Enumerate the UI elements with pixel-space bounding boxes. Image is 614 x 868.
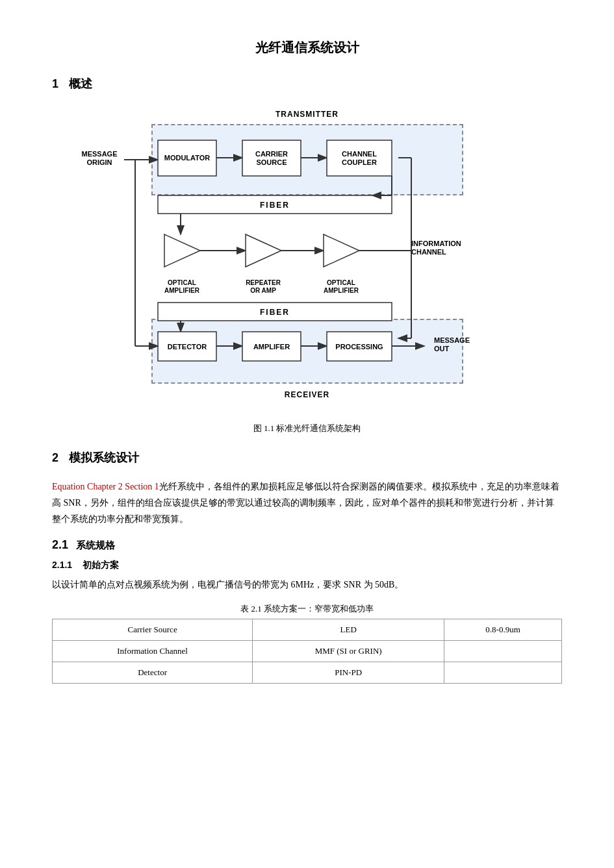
section1-number: 1 [52, 77, 58, 91]
svg-text:AMPLIFIER: AMPLIFIER [164, 287, 200, 294]
fig-caption: 图 1.1 标准光纤通信系统架构 [52, 423, 562, 434]
page-title: 光纤通信系统设计 [52, 39, 562, 56]
section2-number: 2 [52, 451, 58, 465]
table-cell: 0.8-0.9um [444, 619, 562, 640]
svg-text:MESSAGE: MESSAGE [81, 150, 117, 158]
svg-text:AMPLIFIER: AMPLIFIER [324, 287, 359, 294]
table-row: Detector PIN-PD [53, 662, 562, 683]
svg-marker-22 [246, 234, 281, 267]
table-cell [444, 640, 562, 662]
section2-1-1-number: 2.1.1 [52, 560, 72, 570]
svg-marker-26 [324, 234, 359, 267]
svg-text:OUT: OUT [434, 345, 450, 353]
svg-text:FIBER: FIBER [260, 308, 290, 317]
section2-1-1-label: 初始方案 [83, 560, 119, 570]
system-specs-table: Carrier Source LED 0.8-0.9um Information… [52, 619, 562, 684]
svg-text:DETECTOR: DETECTOR [167, 343, 206, 351]
svg-text:INFORMATION: INFORMATION [411, 240, 461, 247]
svg-text:ORIGIN: ORIGIN [86, 158, 112, 166]
svg-text:PROCESSING: PROCESSING [335, 343, 383, 351]
table-row: Carrier Source LED 0.8-0.9um [53, 619, 562, 640]
subsection-intro-text: 以设计简单的点对点视频系统为例，电视广播信号的带宽为 6MHz，要求 SNR 为… [52, 577, 562, 593]
table-caption: 表 2.1 系统方案一：窄带宽和低功率 [52, 603, 562, 615]
table-cell: PIN-PD [253, 662, 444, 683]
section2-1-label: 系统规格 [76, 539, 115, 552]
svg-text:SOURCE: SOURCE [256, 158, 287, 166]
section2-1-number: 2.1 [52, 538, 68, 552]
svg-text:CARRIER: CARRIER [255, 150, 287, 158]
section2-1-1-heading: 2.1.1 初始方案 [52, 560, 562, 571]
svg-text:MODULATOR: MODULATOR [164, 154, 210, 162]
table-cell: Carrier Source [53, 619, 253, 640]
section1-label: 概述 [69, 76, 92, 92]
svg-text:FIBER: FIBER [260, 201, 290, 210]
diagram-svg: MESSAGE ORIGIN MODULATOR CARRIER SOURCE … [80, 105, 535, 410]
table-row: Information Channel MMF (SI or GRIN) [53, 640, 562, 662]
section2-1-heading: 2.1 系统规格 [52, 538, 562, 552]
table-cell: MMF (SI or GRIN) [253, 640, 444, 662]
table-cell: Detector [53, 662, 253, 683]
svg-text:CHANNEL: CHANNEL [411, 248, 446, 256]
section2-heading: 2 模拟系统设计 [52, 450, 562, 465]
table-cell: Information Channel [53, 640, 253, 662]
svg-text:OR  AMP: OR AMP [250, 287, 276, 294]
svg-text:CHANNEL: CHANNEL [342, 150, 377, 158]
body-paragraph1: Equation Chapter 2 Section 1光纤系统中，各组件的累加… [52, 478, 562, 528]
table-cell: LED [253, 619, 444, 640]
svg-text:OPTICAL: OPTICAL [327, 279, 355, 286]
equation-marker: Equation Chapter 2 Section 1 [52, 482, 159, 491]
svg-text:COUPLER: COUPLER [342, 158, 377, 166]
table-cell [444, 662, 562, 683]
svg-text:AMPLIFER: AMPLIFER [253, 343, 289, 351]
svg-text:OPTICAL: OPTICAL [168, 279, 196, 286]
system-diagram: TRANSMITTER RECEIVER MESSAGE ORIGIN MODU… [80, 105, 535, 410]
svg-text:MESSAGE: MESSAGE [434, 336, 470, 344]
section1-heading: 1 概述 [52, 76, 562, 92]
svg-text:REPEATER: REPEATER [246, 279, 281, 286]
section2-label: 模拟系统设计 [69, 450, 139, 465]
svg-marker-18 [164, 234, 200, 267]
